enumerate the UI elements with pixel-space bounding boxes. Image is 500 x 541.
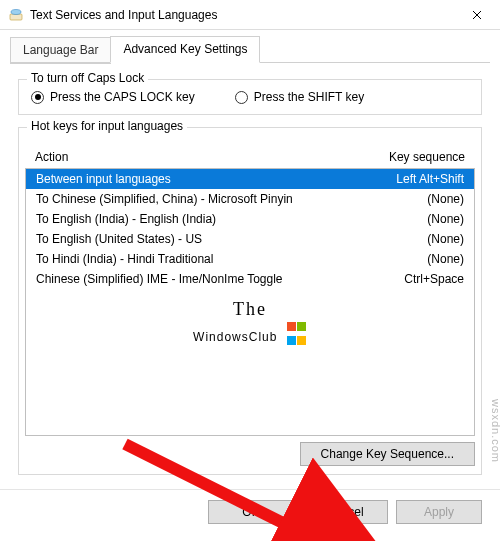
- change-key-sequence-button[interactable]: Change Key Sequence...: [300, 442, 475, 466]
- hotkeys-legend: Hot keys for input languages: [27, 119, 187, 133]
- tab-language-bar[interactable]: Language Bar: [10, 37, 111, 64]
- watermark-line1: The: [26, 299, 474, 320]
- tab-bar: Language Bar Advanced Key Settings: [0, 30, 500, 63]
- app-icon: [8, 7, 24, 23]
- list-item-sequence: (None): [364, 192, 464, 206]
- list-item-action: To Hindi (India) - Hindi Traditional: [36, 252, 364, 266]
- caps-lock-legend: To turn off Caps Lock: [27, 71, 148, 85]
- column-header-action: Action: [35, 150, 365, 164]
- list-item-sequence: (None): [364, 232, 464, 246]
- list-item[interactable]: Between input languagesLeft Alt+Shift: [26, 169, 474, 189]
- caps-lock-group: To turn off Caps Lock Press the CAPS LOC…: [18, 79, 482, 115]
- title-bar: Text Services and Input Languages: [0, 0, 500, 30]
- list-item[interactable]: To English (India) - English (India)(Non…: [26, 209, 474, 229]
- apply-button: Apply: [396, 500, 482, 524]
- hotkeys-group: Hot keys for input languages Action Key …: [18, 127, 482, 475]
- radio-icon: [235, 91, 248, 104]
- list-item-action: To Chinese (Simplified, China) - Microso…: [36, 192, 364, 206]
- list-item[interactable]: Chinese (Simplified) IME - Ime/NonIme To…: [26, 269, 474, 289]
- list-item[interactable]: To English (United States) - US(None): [26, 229, 474, 249]
- hotkeys-header: Action Key sequence: [25, 148, 475, 168]
- close-button[interactable]: [454, 0, 500, 30]
- radio-press-shift[interactable]: Press the SHIFT key: [235, 90, 364, 104]
- radio-label: Press the CAPS LOCK key: [50, 90, 195, 104]
- dialog-body: To turn off Caps Lock Press the CAPS LOC…: [0, 63, 500, 485]
- dialog-button-bar: OK Cancel Apply: [0, 489, 500, 538]
- list-item-sequence: Ctrl+Space: [364, 272, 464, 286]
- hotkeys-listbox[interactable]: Between input languagesLeft Alt+ShiftTo …: [25, 168, 475, 436]
- window-title: Text Services and Input Languages: [30, 8, 454, 22]
- windows-logo-icon: [287, 320, 307, 348]
- svg-point-1: [11, 9, 21, 14]
- watermark: The WindowsClub: [26, 299, 474, 350]
- radio-press-capslock[interactable]: Press the CAPS LOCK key: [31, 90, 195, 104]
- list-item-action: To English (India) - English (India): [36, 212, 364, 226]
- cancel-button[interactable]: Cancel: [302, 500, 388, 524]
- list-item-action: Chinese (Simplified) IME - Ime/NonIme To…: [36, 272, 364, 286]
- radio-label: Press the SHIFT key: [254, 90, 364, 104]
- column-header-sequence: Key sequence: [365, 150, 465, 164]
- svg-rect-0: [10, 14, 22, 20]
- list-item-action: To English (United States) - US: [36, 232, 364, 246]
- watermark-line2: WindowsClub: [26, 318, 474, 350]
- list-item-sequence: (None): [364, 252, 464, 266]
- list-item-action: Between input languages: [36, 172, 364, 186]
- list-item-sequence: Left Alt+Shift: [364, 172, 464, 186]
- radio-icon: [31, 91, 44, 104]
- list-item[interactable]: To Chinese (Simplified, China) - Microso…: [26, 189, 474, 209]
- watermark-text: WindowsClub: [193, 330, 277, 344]
- list-item-sequence: (None): [364, 212, 464, 226]
- tab-advanced-key-settings[interactable]: Advanced Key Settings: [110, 36, 260, 63]
- list-item[interactable]: To Hindi (India) - Hindi Traditional(Non…: [26, 249, 474, 269]
- aux-watermark: wsxdn.com: [490, 399, 500, 463]
- ok-button[interactable]: OK: [208, 500, 294, 524]
